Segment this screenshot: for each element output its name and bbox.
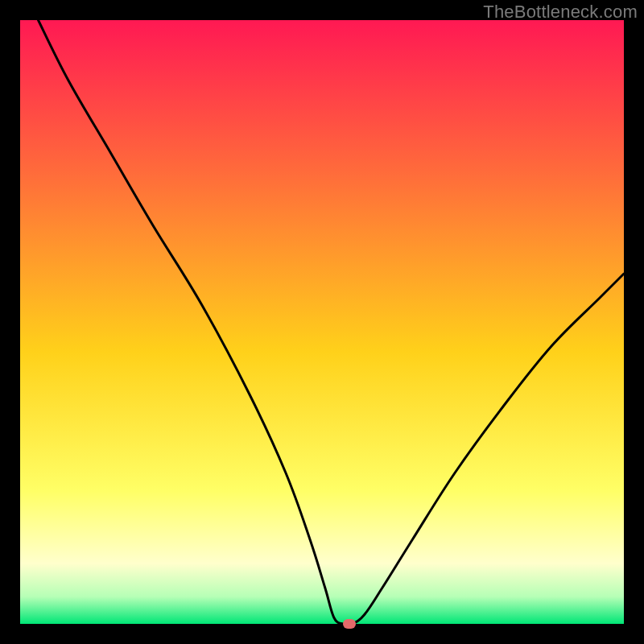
watermark-text: TheBottleneck.com — [483, 2, 638, 23]
optimal-point-marker — [343, 619, 356, 629]
plot-svg — [20, 20, 624, 624]
plot-frame — [20, 20, 624, 624]
gradient-rect — [20, 20, 624, 624]
